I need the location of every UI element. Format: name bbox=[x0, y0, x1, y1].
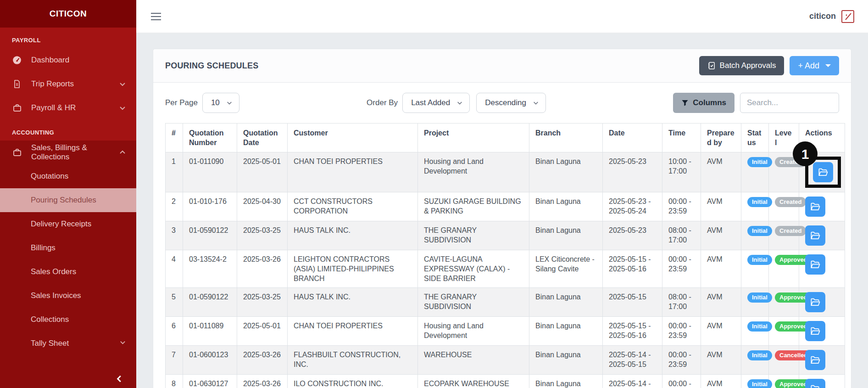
quotation-date-cell: 2025-03-25 bbox=[237, 221, 288, 250]
view-schedule-button[interactable] bbox=[805, 379, 825, 388]
sidebar-subitem-label: Tally Sheet bbox=[31, 339, 119, 348]
sidebar-subitem-label: Sales Orders bbox=[31, 267, 126, 276]
chevron-down-icon bbox=[533, 100, 539, 106]
view-schedule-button[interactable] bbox=[805, 225, 825, 246]
table-header-row: #Quotation NumberQuotation DateCustomerP… bbox=[166, 124, 845, 152]
folder-open-icon bbox=[810, 202, 820, 212]
card-body: Per Page 10 Order By Last Added bbox=[153, 83, 851, 388]
sidebar-item-sales-billings-collections[interactable]: Sales, Billings & Collections bbox=[0, 141, 136, 164]
level-cell: Approved bbox=[769, 375, 799, 388]
section-label-payroll: PAYROLL bbox=[0, 28, 136, 48]
username: citicon bbox=[809, 11, 836, 21]
per-page-select[interactable]: 10 bbox=[202, 93, 239, 113]
sidebar-subitem-collections[interactable]: Collections bbox=[0, 308, 136, 332]
chevron-down-icon bbox=[119, 104, 126, 112]
sidebar-collapse-button[interactable] bbox=[115, 375, 123, 383]
status-badge: Initial bbox=[747, 197, 772, 207]
sidebar: CITICON PAYROLLDashboardTrip ReportsPayr… bbox=[0, 0, 136, 388]
quotation-date-cell: 2025-05-01 bbox=[237, 152, 288, 192]
row-number-cell: 8 bbox=[166, 375, 183, 388]
status-badge: Initial bbox=[747, 255, 772, 265]
prepared-by-cell: AVM bbox=[701, 288, 741, 317]
journal-check-icon bbox=[707, 62, 716, 70]
header-actions: Batch Approvals + Add bbox=[699, 56, 839, 75]
pouring-schedules-card: POURING SCHEDULES Batch Approvals + Add bbox=[153, 49, 851, 388]
folder-open-icon bbox=[810, 384, 820, 388]
column-header--: # bbox=[166, 124, 183, 152]
project-cell: Housing and Land Development bbox=[418, 317, 529, 346]
date-cell: 2025-05-23 bbox=[603, 221, 662, 250]
sidebar-item-label: Sales, Billings & Collections bbox=[31, 143, 119, 162]
project-cell: THE GRANARY SUBDIVISION bbox=[418, 221, 529, 250]
date-cell: 2025-05-14 - 2025-05-15 bbox=[603, 346, 662, 375]
sidebar-item-payroll-hr[interactable]: Payroll & HR bbox=[0, 96, 136, 120]
sidebar-item-dashboard[interactable]: Dashboard bbox=[0, 48, 136, 72]
actions-cell bbox=[799, 192, 845, 221]
sidebar-subitem-billings[interactable]: Billings bbox=[0, 236, 136, 260]
quotation-number-cell: 01-011089 bbox=[183, 317, 237, 346]
sidebar-subitem-quotations[interactable]: Quotations bbox=[0, 164, 136, 188]
sidebar-subitem-tally-sheet[interactable]: Tally Sheet bbox=[0, 332, 136, 355]
add-button[interactable]: + Add bbox=[790, 56, 839, 75]
actions-cell bbox=[799, 317, 845, 346]
prepared-by-cell: AVM bbox=[701, 192, 741, 221]
table-row: 301-05901222025-03-25HAUS TALK INC.THE G… bbox=[166, 221, 845, 250]
table-row: 701-06001232025-03-26FLASHBUILT CONSTRUC… bbox=[166, 346, 845, 375]
column-header-status: Status bbox=[741, 124, 769, 152]
project-cell: ECOPARK WAREHOUSE bbox=[418, 375, 529, 388]
chevron-down-icon bbox=[456, 100, 463, 106]
project-cell: Housing and Land Development bbox=[418, 152, 529, 192]
time-cell: 00:00 - 23:59 bbox=[662, 250, 701, 288]
sidebar-subitem-label: Quotations bbox=[31, 172, 126, 181]
quotation-number-cell: 01-0590122 bbox=[183, 221, 237, 250]
pouring-schedules-table: #Quotation NumberQuotation DateCustomerP… bbox=[165, 123, 845, 388]
prepared-by-cell: AVM bbox=[701, 250, 741, 288]
topbar-user-area[interactable]: citicon bbox=[809, 10, 854, 23]
sidebar-subitem-sales-invoices[interactable]: Sales Invoices bbox=[0, 284, 136, 308]
quotation-date-cell: 2025-03-26 bbox=[237, 250, 288, 288]
brand-text: CITICON bbox=[50, 9, 87, 19]
view-schedule-button[interactable] bbox=[805, 350, 825, 370]
actions-cell bbox=[799, 250, 845, 288]
view-schedule-button[interactable] bbox=[805, 292, 825, 312]
row-number-cell: 6 bbox=[166, 317, 183, 346]
view-schedule-button[interactable] bbox=[805, 254, 825, 275]
sidebar-item-trip-reports[interactable]: Trip Reports bbox=[0, 72, 136, 96]
sidebar-subitem-sales-orders[interactable]: Sales Orders bbox=[0, 260, 136, 284]
level-cell: Approved bbox=[769, 317, 799, 346]
order-by-select[interactable]: Last Added bbox=[402, 93, 470, 113]
view-schedule-button[interactable] bbox=[805, 321, 825, 341]
chevron-down-icon bbox=[119, 80, 126, 88]
time-cell: 00:00 - 23:59 bbox=[662, 375, 701, 388]
order-direction-select[interactable]: Descending bbox=[476, 93, 546, 113]
quotation-date-cell: 2025-04-30 bbox=[237, 192, 288, 221]
branch-cell: LEX Citiconcrete - Silang Cavite bbox=[529, 250, 603, 288]
columns-button[interactable]: Columns bbox=[673, 93, 734, 113]
sidebar-subitem-pouring-schedules[interactable]: Pouring Schedules bbox=[0, 188, 136, 212]
search-input[interactable] bbox=[740, 93, 839, 113]
status-cell: Initial bbox=[741, 346, 769, 375]
status-cell: Initial bbox=[741, 317, 769, 346]
prepared-by-cell: AVM bbox=[701, 375, 741, 388]
level-badge: Created bbox=[775, 226, 806, 236]
prepared-by-cell: AVM bbox=[701, 152, 741, 192]
status-badge: Initial bbox=[747, 292, 772, 303]
quotation-number-cell: 01-0630127 bbox=[183, 375, 237, 388]
prepared-by-cell: AVM bbox=[701, 221, 741, 250]
view-schedule-button[interactable] bbox=[813, 162, 833, 182]
status-cell: Initial bbox=[741, 221, 769, 250]
actions-cell: 1 bbox=[799, 152, 845, 192]
branch-cell: Binan Laguna bbox=[529, 192, 603, 221]
annotation-step-marker: 1 bbox=[793, 141, 818, 166]
table-row: 501-05901222025-03-25HAUS TALK INC.THE G… bbox=[166, 288, 845, 317]
view-schedule-button[interactable] bbox=[805, 197, 825, 217]
table-controls: Per Page 10 Order By Last Added bbox=[165, 93, 839, 113]
row-number-cell: 4 bbox=[166, 250, 183, 288]
hamburger-menu-icon[interactable] bbox=[151, 13, 161, 20]
actions-cell bbox=[799, 288, 845, 317]
batch-approvals-button[interactable]: Batch Approvals bbox=[699, 56, 785, 75]
filter-search-group: Columns bbox=[673, 93, 839, 113]
funnel-icon bbox=[681, 99, 689, 107]
column-header-date: Date bbox=[603, 124, 662, 152]
sidebar-subitem-delivery-receipts[interactable]: Delivery Receipts bbox=[0, 212, 136, 236]
